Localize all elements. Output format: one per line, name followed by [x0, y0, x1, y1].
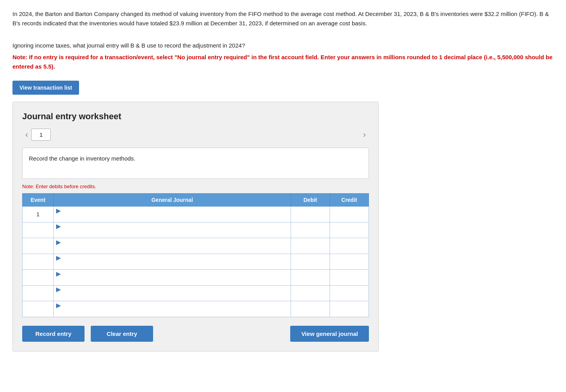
table-cell-debit[interactable]	[291, 238, 330, 254]
table-cell-credit[interactable]	[330, 270, 369, 286]
journal-entry-input[interactable]	[56, 230, 288, 238]
journal-entry-input[interactable]	[56, 214, 288, 222]
worksheet-container: Journal entry worksheet ‹ 1 › Record the…	[12, 102, 379, 351]
table-cell-event	[23, 238, 54, 254]
credit-input[interactable]	[332, 242, 366, 250]
clear-entry-button[interactable]: Clear entry	[91, 326, 153, 342]
journal-entry-input[interactable]	[56, 277, 288, 285]
journal-entry-input[interactable]	[56, 293, 288, 301]
nav-row: ‹ 1 ›	[22, 129, 369, 141]
col-header-credit: Credit	[330, 194, 369, 207]
table-row: ▶	[23, 285, 369, 301]
view-transaction-button[interactable]: View transaction list	[12, 81, 79, 95]
table-cell-event	[23, 270, 54, 286]
table-header-row: Event General Journal Debit Credit	[23, 194, 369, 207]
debit-input[interactable]	[293, 289, 327, 297]
journal-table: Event General Journal Debit Credit 1▶▶▶▶…	[22, 193, 369, 317]
journal-entry-input[interactable]	[56, 261, 288, 269]
row-arrow-indicator: ▶	[56, 207, 61, 214]
credit-input[interactable]	[332, 305, 366, 313]
table-cell-journal[interactable]: ▶	[54, 254, 291, 270]
table-cell-journal[interactable]: ▶	[54, 238, 291, 254]
table-cell-event	[23, 285, 54, 301]
next-tab-button[interactable]: ›	[360, 129, 369, 141]
debit-input[interactable]	[293, 210, 327, 218]
debit-input[interactable]	[293, 305, 327, 313]
table-row: ▶	[23, 301, 369, 317]
col-header-event: Event	[23, 194, 54, 207]
table-cell-debit[interactable]	[291, 285, 330, 301]
description-box: Record the change in inventory methods.	[22, 148, 369, 179]
debit-input[interactable]	[293, 258, 327, 265]
prev-tab-button[interactable]: ‹	[22, 129, 31, 141]
table-cell-credit[interactable]	[330, 238, 369, 254]
table-row: ▶	[23, 270, 369, 286]
table-row: ▶	[23, 254, 369, 270]
record-entry-button[interactable]: Record entry	[22, 326, 85, 342]
bottom-buttons-row: Record entry Clear entry View general jo…	[22, 326, 369, 342]
table-cell-journal[interactable]: ▶	[54, 270, 291, 286]
table-row: 1▶	[23, 207, 369, 222]
debit-input[interactable]	[293, 242, 327, 250]
row-arrow-indicator: ▶	[56, 222, 61, 230]
table-cell-credit[interactable]	[330, 222, 369, 238]
table-cell-debit[interactable]	[291, 270, 330, 286]
table-cell-debit[interactable]	[291, 207, 330, 222]
row-arrow-indicator: ▶	[56, 302, 61, 309]
table-cell-credit[interactable]	[330, 301, 369, 317]
view-general-journal-button[interactable]: View general journal	[290, 326, 369, 342]
note-red: Note: If no entry is required for a tran…	[12, 53, 554, 71]
table-row: ▶	[23, 238, 369, 254]
table-cell-debit[interactable]	[291, 301, 330, 317]
table-cell-credit[interactable]	[330, 207, 369, 222]
table-cell-event	[23, 222, 54, 238]
debit-input[interactable]	[293, 274, 327, 281]
col-header-general-journal: General Journal	[54, 194, 291, 207]
table-cell-debit[interactable]	[291, 222, 330, 238]
journal-entry-input[interactable]	[56, 309, 288, 317]
worksheet-title: Journal entry worksheet	[22, 111, 369, 122]
credit-input[interactable]	[332, 226, 366, 234]
question-text: Ignoring income taxes, what journal entr…	[12, 41, 554, 50]
row-arrow-indicator: ▶	[56, 270, 61, 277]
table-cell-event	[23, 301, 54, 317]
debit-input[interactable]	[293, 226, 327, 234]
col-header-debit: Debit	[291, 194, 330, 207]
row-arrow-indicator: ▶	[56, 238, 61, 246]
credit-input[interactable]	[332, 289, 366, 297]
table-cell-debit[interactable]	[291, 254, 330, 270]
intro-paragraph1: In 2024, the Barton and Barton Company c…	[12, 9, 554, 28]
table-cell-credit[interactable]	[330, 285, 369, 301]
row-arrow-indicator: ▶	[56, 254, 61, 261]
table-cell-journal[interactable]: ▶	[54, 301, 291, 317]
table-cell-journal[interactable]: ▶	[54, 285, 291, 301]
table-row: ▶	[23, 222, 369, 238]
journal-entry-input[interactable]	[56, 246, 288, 254]
note-debits: Note: Enter debits before credits.	[22, 184, 369, 189]
credit-input[interactable]	[332, 274, 366, 281]
table-cell-event: 1	[23, 207, 54, 222]
table-cell-journal[interactable]: ▶	[54, 207, 291, 222]
row-arrow-indicator: ▶	[56, 286, 61, 293]
table-cell-journal[interactable]: ▶	[54, 222, 291, 238]
tab-number: 1	[31, 129, 51, 141]
table-cell-credit[interactable]	[330, 254, 369, 270]
credit-input[interactable]	[332, 210, 366, 218]
table-cell-event	[23, 254, 54, 270]
credit-input[interactable]	[332, 258, 366, 265]
